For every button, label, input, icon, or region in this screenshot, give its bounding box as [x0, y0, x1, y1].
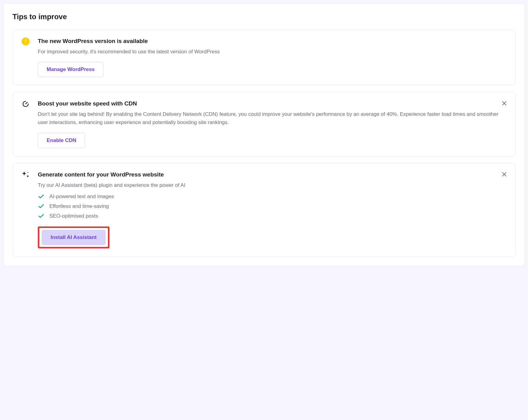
panel-title: Tips to improve — [12, 12, 516, 21]
tip-content: The new WordPress version is available F… — [38, 38, 507, 77]
feature-text: Effortless and time-saving — [49, 203, 109, 209]
feature-item: AI-powered text and images — [38, 192, 507, 201]
warning-icon: ! — [21, 37, 30, 46]
manage-wordpress-button[interactable]: Manage WordPress — [38, 62, 103, 77]
feature-text: AI-powered text and images — [49, 194, 114, 200]
highlight-annotation: Install AI Assistant — [38, 226, 109, 248]
tip-title: Generate content for your WordPress webs… — [38, 171, 507, 178]
enable-cdn-button[interactable]: Enable CDN — [38, 133, 85, 148]
tip-description: Don't let your site lag behind! By enabl… — [38, 110, 507, 126]
feature-text: SEO-optimised posts — [49, 213, 98, 219]
close-icon[interactable] — [500, 99, 508, 108]
tip-card-ai-assistant: Generate content for your WordPress webs… — [12, 163, 516, 257]
tip-title: The new WordPress version is available — [38, 38, 507, 44]
sparkles-icon — [21, 171, 30, 179]
feature-item: Effortless and time-saving — [38, 201, 507, 211]
feature-list: AI-powered text and images Effortless an… — [38, 192, 507, 221]
tip-intro: Try our AI Assistant (beta) plugin and e… — [38, 181, 507, 189]
check-icon — [38, 203, 45, 210]
install-ai-assistant-button[interactable]: Install AI Assistant — [42, 230, 105, 245]
feature-item: SEO-optimised posts — [38, 211, 507, 221]
tip-title: Boost your website speed with CDN — [38, 100, 507, 107]
speedometer-icon — [21, 100, 30, 108]
tip-description: For improved security, it's recommended … — [38, 48, 507, 56]
tip-content: Generate content for your WordPress webs… — [38, 171, 507, 248]
tip-card-cdn: Boost your website speed with CDN Don't … — [12, 92, 516, 156]
tip-card-wordpress-update: ! The new WordPress version is available… — [12, 30, 516, 85]
check-icon — [38, 213, 45, 219]
check-icon — [38, 193, 45, 200]
tip-content: Boost your website speed with CDN Don't … — [38, 100, 507, 148]
tips-panel: Tips to improve ! The new WordPress vers… — [3, 3, 525, 266]
close-icon[interactable] — [500, 170, 508, 179]
